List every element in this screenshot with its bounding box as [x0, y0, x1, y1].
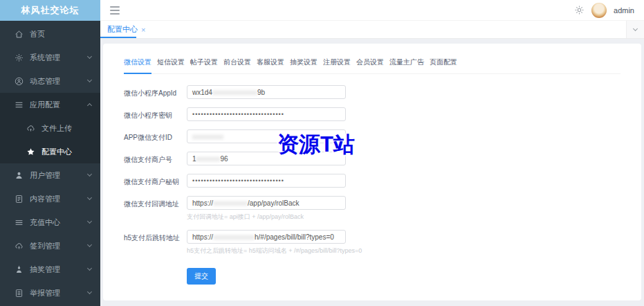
- field-label: 微信支付商户秘钥: [124, 174, 187, 188]
- tab-member-settings[interactable]: 会员设置: [356, 55, 384, 73]
- tags-dropdown-button[interactable]: [626, 21, 644, 38]
- sidebar-item-content[interactable]: 内容管理: [0, 187, 100, 210]
- chevron-down-icon: [87, 54, 92, 59]
- sidebar-item-label: 文件上传: [42, 123, 72, 134]
- home-icon: [15, 30, 24, 39]
- sidebar-item-app-config[interactable]: 应用配置: [0, 93, 100, 116]
- sidebar-item-label: 签到管理: [30, 241, 60, 251]
- sidebar-item-config-center[interactable]: 配置中心: [0, 140, 100, 163]
- user-avatar[interactable]: [591, 3, 607, 18]
- list-icon: [15, 218, 24, 227]
- tab-register-settings[interactable]: 注册设置: [323, 55, 351, 73]
- sidebar-item-system[interactable]: 系统管理: [0, 46, 100, 69]
- active-tag-underline: [100, 37, 136, 38]
- merchant-id-input[interactable]: 1xxxxxxx96: [187, 152, 346, 165]
- tab-traffic-ads[interactable]: 流量主广告: [389, 55, 424, 73]
- settings-tabs: 微信设置 短信设置 帖子设置 前台设置 客服设置 抽奖设置 注册设置 会员设置 …: [124, 55, 620, 74]
- chevron-down-icon: [87, 219, 92, 224]
- value-redacted: xxxxxxxxx: [192, 133, 223, 141]
- field-label: h5支付后跳转地址: [124, 230, 187, 255]
- value-redacted: xxxxxxxxxxxx: [213, 233, 255, 241]
- open-tabs-bar: 配置中心 ×: [100, 21, 644, 39]
- merchant-secret-input[interactable]: ••••••••••••••••••••••••••••••••: [187, 174, 346, 188]
- tag-config-center[interactable]: 配置中心 ×: [100, 24, 152, 35]
- tab-frontend-settings[interactable]: 前台设置: [223, 55, 251, 73]
- sidebar-item-label: 内容管理: [30, 194, 60, 204]
- tab-lottery-settings[interactable]: 抽奖设置: [290, 55, 318, 73]
- sidebar-item-home[interactable]: 首页: [0, 22, 100, 46]
- masked-password: ••••••••••••••••••••••••••••••••: [192, 111, 284, 118]
- value-prefix: wx1d4: [192, 89, 212, 96]
- chevron-down-icon: [87, 195, 92, 200]
- sidebar-item-dynamic[interactable]: 动态管理: [0, 69, 100, 93]
- sidebar-item-label: 配置中心: [42, 147, 72, 157]
- sidebar-item-label: 首页: [30, 29, 45, 39]
- value-suffix: /app/pay/rolBack: [248, 199, 300, 207]
- sidebar-item-label: 抽奖管理: [30, 264, 60, 275]
- cloud-upload-icon: [15, 242, 24, 251]
- chevron-down-icon: [87, 242, 92, 247]
- value-redacted: xxxxxxx: [196, 155, 221, 163]
- chevron-up-icon: [87, 103, 92, 108]
- form-row: 微信支付商户秘钥 •••••••••••••••••••••••••••••••…: [124, 174, 620, 188]
- field-label: 微信小程序密钥: [124, 107, 187, 121]
- field-helper-text: 支付回调地址= api接口 + /app/pay/rolBack: [187, 213, 346, 222]
- value-prefix: https://: [192, 199, 213, 207]
- close-tag-icon[interactable]: ×: [141, 26, 145, 34]
- sidebar-expanded-group: 应用配置 文件上传 配置中心: [0, 93, 100, 163]
- page-content: 微信设置 短信设置 帖子设置 前台设置 客服设置 抽奖设置 注册设置 会员设置 …: [100, 39, 644, 306]
- sidebar: 林风社交论坛 首页 系统管理 动态管理: [0, 0, 100, 306]
- tab-wechat-settings[interactable]: 微信设置: [124, 55, 151, 74]
- chevron-down-icon: [87, 172, 92, 177]
- form-row: 微信小程序密钥 ••••••••••••••••••••••••••••••••: [124, 107, 620, 121]
- sidebar-item-lottery[interactable]: 抽奖管理: [0, 258, 100, 281]
- field-helper-text: h5支付之后跳转地址= h5端访问域名 + /#/pages/bill/bill…: [187, 246, 362, 255]
- lottery-person-icon: [15, 265, 24, 274]
- sidebar-item-checkin[interactable]: 签到管理: [0, 234, 100, 258]
- sidebar-item-recharge[interactable]: 充值中心: [0, 210, 100, 234]
- report-document-icon: [15, 289, 24, 298]
- value-prefix: https://: [192, 233, 213, 241]
- sidebar-item-report[interactable]: 举报管理: [0, 281, 100, 305]
- settings-gear-icon[interactable]: [574, 5, 585, 15]
- cloud-upload-icon: [26, 124, 35, 133]
- sidebar-item-users[interactable]: 用户管理: [0, 163, 100, 187]
- top-header: admin: [100, 0, 644, 21]
- app-window: 林风社交论坛 首页 系统管理 动态管理: [0, 0, 644, 306]
- tab-sms-settings[interactable]: 短信设置: [157, 55, 185, 73]
- app-wechat-pay-id-input[interactable]: xxxxxxxxx: [187, 129, 346, 143]
- tab-post-settings[interactable]: 帖子设置: [190, 55, 218, 73]
- document-icon: [15, 195, 24, 204]
- tab-page-config[interactable]: 页面配置: [430, 55, 457, 73]
- menu-lines-icon: [15, 100, 24, 109]
- h5-redirect-url-input[interactable]: https://xxxxxxxxxxxxh/#/pages/bill/bill?…: [187, 230, 346, 244]
- chevron-down-icon: [87, 266, 92, 271]
- pay-callback-url-input[interactable]: https://xxxxxxxxxx/app/pay/rolBack: [187, 196, 346, 210]
- field-label: 微信小程序AppId: [124, 85, 187, 99]
- submit-button[interactable]: 提交: [187, 268, 216, 285]
- tab-service-settings[interactable]: 客服设置: [257, 55, 284, 73]
- miniprogram-appid-input[interactable]: wx1d4xxxxxxxxxxxxx9b: [187, 85, 346, 99]
- sidebar-item-label: 动态管理: [30, 76, 60, 87]
- sidebar-item-file-upload[interactable]: 文件上传: [0, 116, 100, 140]
- form-row: 微信支付回调地址 https://xxxxxxxxxx/app/pay/rolB…: [124, 196, 620, 222]
- value-suffix: 9b: [257, 89, 265, 96]
- sidebar-item-label: 举报管理: [30, 288, 60, 298]
- field-label: APP微信支付ID: [124, 129, 187, 143]
- sidebar-menu: 首页 系统管理 动态管理 应用配置: [0, 21, 100, 306]
- masked-password: ••••••••••••••••••••••••••••••••: [192, 177, 284, 184]
- sidebar-item-label: 充值中心: [30, 217, 60, 228]
- sidebar-item-label: 应用配置: [30, 100, 60, 110]
- value-redacted: xxxxxxxxxx: [213, 199, 248, 207]
- chevron-down-icon: [87, 78, 92, 82]
- value-redacted: xxxxxxxxxxxxx: [212, 89, 257, 96]
- settings-card: 微信设置 短信设置 帖子设置 前台设置 客服设置 抽奖设置 注册设置 会员设置 …: [103, 44, 641, 300]
- miniprogram-secret-input[interactable]: ••••••••••••••••••••••••••••••••: [187, 107, 346, 121]
- field-label: 微信支付回调地址: [124, 196, 187, 222]
- app-logo-title: 林风社交论坛: [0, 0, 100, 21]
- star-icon: [26, 147, 35, 156]
- collapse-sidebar-button[interactable]: [110, 6, 120, 15]
- form-row: 微信小程序AppId wx1d4xxxxxxxxxxxxx9b: [124, 85, 620, 99]
- gear-icon: [15, 53, 24, 62]
- sidebar-item-label: 用户管理: [30, 170, 60, 181]
